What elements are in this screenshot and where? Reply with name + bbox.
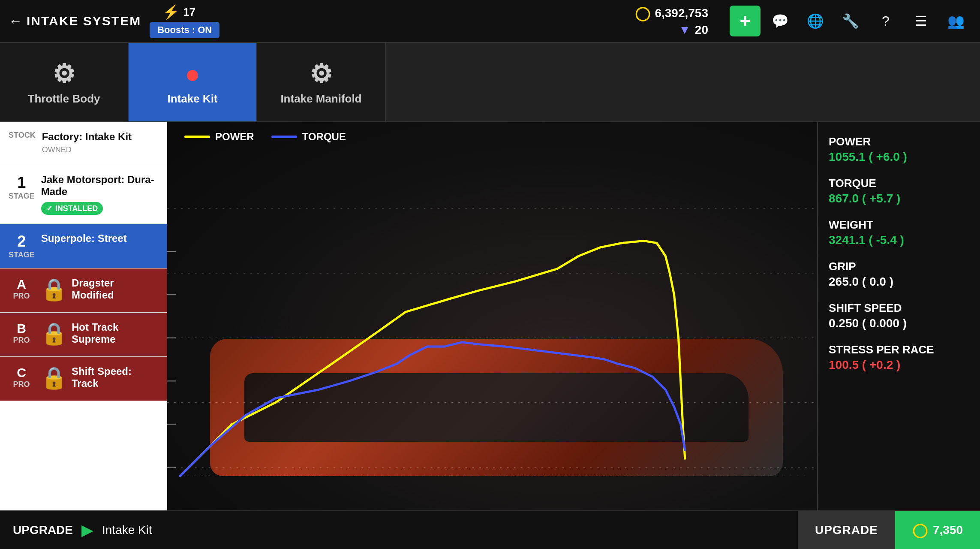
stat-stress: STRESS PER RACE 100.5 ( +0.2 ) — [829, 343, 969, 372]
bottom-bar: UPGRADE ▶ Intake Kit UPGRADE ◯ 7,350 — [0, 510, 980, 549]
legend-power: POWER — [184, 131, 254, 143]
coin-icon: ◯ — [635, 5, 650, 21]
cost-amount: 7,350 — [933, 523, 963, 537]
stat-shift-speed-label: SHIFT SPEED — [829, 302, 969, 315]
intake-kit-label: Intake Kit — [167, 92, 217, 106]
stat-power-value: 1055.1 ( +6.0 ) — [829, 150, 969, 164]
throttle-body-icon: ⚙ — [52, 59, 75, 89]
item-info-stock: Factory: Intake Kit OWNED — [42, 131, 159, 154]
stat-power-label: POWER — [829, 135, 969, 148]
stat-weight: WEIGHT 3241.1 ( -5.4 ) — [829, 218, 969, 247]
upgrade-item-label: Intake Kit — [102, 523, 152, 537]
bottom-right: UPGRADE ◯ 7,350 — [798, 511, 980, 549]
menu-button[interactable]: ☰ — [905, 6, 936, 36]
intake-kit-icon: ● — [185, 59, 200, 89]
cost-button[interactable]: ◯ 7,350 — [895, 511, 980, 549]
cost-coin-icon: ◯ — [912, 522, 928, 538]
item-info-pro-b: Hot Track Supreme — [72, 321, 159, 348]
upgrade-item-stock[interactable]: STOCK Factory: Intake Kit OWNED — [0, 122, 167, 165]
upgrade-item-pro-a[interactable]: A PRO 🔒 Dragster Modified — [0, 268, 167, 313]
part-tabs: ⚙ Throttle Body ● Intake Kit ⚙ Intake Ma… — [0, 43, 980, 122]
upgrade-item-pro-b[interactable]: B PRO 🔒 Hot Track Supreme — [0, 313, 167, 357]
stat-grip-value: 265.0 ( 0.0 ) — [829, 275, 969, 289]
upgrade-item-stage1[interactable]: 1 STAGE Jake Motorsport: Dura-Made ✓ INS… — [0, 165, 167, 224]
main-content: STOCK Factory: Intake Kit OWNED 1 STAGE … — [0, 122, 980, 510]
power-label: POWER — [215, 131, 254, 143]
stat-torque: TORQUE 867.0 ( +5.7 ) — [829, 177, 969, 205]
back-button[interactable]: ← INTAKE SYSTEM — [9, 13, 141, 29]
item-name-pro-b: Hot Track Supreme — [72, 321, 159, 345]
coin-row: ◯ 6,392,753 — [635, 5, 708, 21]
globe-button[interactable]: 🌐 — [800, 6, 831, 36]
top-icons: + 💬 🌐 🔧 ? ☰ 👥 — [730, 6, 971, 36]
chat-button[interactable]: 💬 — [765, 6, 796, 36]
upgrade-item-pro-c[interactable]: C PRO 🔒 Shift Speed: Track — [0, 357, 167, 401]
gem-row: ▼ 20 — [679, 23, 708, 37]
power-line-legend — [184, 136, 210, 138]
center-panel: POWER TORQUE — [167, 122, 817, 510]
bottom-left: UPGRADE ▶ Intake Kit — [0, 521, 798, 539]
right-panel: POWER 1055.1 ( +6.0 ) TORQUE 867.0 ( +5.… — [817, 122, 980, 510]
upgrade-item-stage2[interactable]: 2 STAGE Superpole: Street — [0, 224, 167, 268]
item-info-stage1: Jake Motorsport: Dura-Made ✓ INSTALLED — [41, 174, 159, 215]
question-button[interactable]: ? — [870, 6, 901, 36]
upgrade-label: UPGRADE — [13, 523, 73, 537]
legend-torque: TORQUE — [271, 131, 346, 143]
people-button[interactable]: 👥 — [941, 6, 971, 36]
stat-stress-value: 100.5 ( +0.2 ) — [829, 358, 969, 372]
stage-badge-b: B PRO — [9, 321, 34, 345]
item-info-pro-c: Shift Speed: Track — [72, 365, 159, 392]
item-name-pro-c: Shift Speed: Track — [72, 365, 159, 389]
upgrade-button[interactable]: UPGRADE — [798, 511, 895, 549]
owned-badge: OWNED — [42, 145, 159, 154]
coin-amount: 6,392,753 — [655, 6, 708, 20]
stat-weight-label: WEIGHT — [829, 218, 969, 232]
back-arrow-icon: ← — [9, 13, 22, 29]
stat-grip-label: GRIP — [829, 260, 969, 273]
stat-weight-value: 3241.1 ( -5.4 ) — [829, 233, 969, 247]
page-title: INTAKE SYSTEM — [27, 14, 141, 28]
stat-stress-label: STRESS PER RACE — [829, 343, 969, 356]
intake-manifold-icon: ⚙ — [310, 59, 333, 89]
lightning-count: 17 — [183, 6, 195, 19]
wrench-button[interactable]: 🔧 — [835, 6, 866, 36]
currency-area: ◯ 6,392,753 ▼ 20 — [635, 5, 708, 37]
lock-icon-b: 🔒 — [41, 321, 67, 346]
installed-badge: ✓ INSTALLED — [41, 202, 103, 215]
lock-icon-a: 🔒 — [41, 277, 67, 302]
top-bar: ← INTAKE SYSTEM ⚡ 17 Boosts : ON ◯ 6,392… — [0, 0, 980, 43]
stage-badge-c: C PRO — [9, 365, 34, 389]
stage-badge-stock: STOCK — [9, 131, 36, 140]
item-name-stock: Factory: Intake Kit — [42, 131, 159, 143]
item-name-stage2: Superpole: Street — [41, 232, 159, 244]
throttle-body-label: Throttle Body — [28, 92, 100, 106]
add-button[interactable]: + — [730, 6, 761, 36]
tab-intake-manifold[interactable]: ⚙ Intake Manifold — [257, 43, 386, 121]
check-icon: ✓ — [46, 204, 53, 213]
item-info-stage2: Superpole: Street — [41, 232, 159, 247]
graph-svg — [167, 122, 817, 510]
gem-amount: 20 — [695, 23, 708, 37]
torque-line-legend — [271, 136, 297, 138]
stat-shift-speed: SHIFT SPEED 0.250 ( 0.000 ) — [829, 302, 969, 330]
left-panel: STOCK Factory: Intake Kit OWNED 1 STAGE … — [0, 122, 167, 510]
item-name-stage1: Jake Motorsport: Dura-Made — [41, 174, 159, 198]
boost-badge[interactable]: Boosts : ON — [150, 22, 219, 38]
stat-grip: GRIP 265.0 ( 0.0 ) — [829, 260, 969, 289]
gem-icon: ▼ — [679, 23, 691, 37]
stage-badge-2: 2 STAGE — [9, 232, 35, 259]
lightning-badge: ⚡ 17 — [162, 4, 195, 20]
stat-torque-label: TORQUE — [829, 177, 969, 190]
torque-label: TORQUE — [302, 131, 346, 143]
item-info-pro-a: Dragster Modified — [72, 277, 159, 304]
lock-icon-c: 🔒 — [41, 365, 67, 390]
tab-intake-kit[interactable]: ● Intake Kit — [129, 43, 257, 121]
item-name-pro-a: Dragster Modified — [72, 277, 159, 301]
stage-badge-1: 1 STAGE — [9, 174, 35, 201]
intake-manifold-label: Intake Manifold — [280, 92, 361, 106]
play-icon: ▶ — [81, 521, 93, 539]
stage-badge-a: A PRO — [9, 277, 34, 301]
graph-legend: POWER TORQUE — [184, 131, 346, 143]
stat-shift-speed-value: 0.250 ( 0.000 ) — [829, 317, 969, 330]
tab-throttle-body[interactable]: ⚙ Throttle Body — [0, 43, 129, 121]
